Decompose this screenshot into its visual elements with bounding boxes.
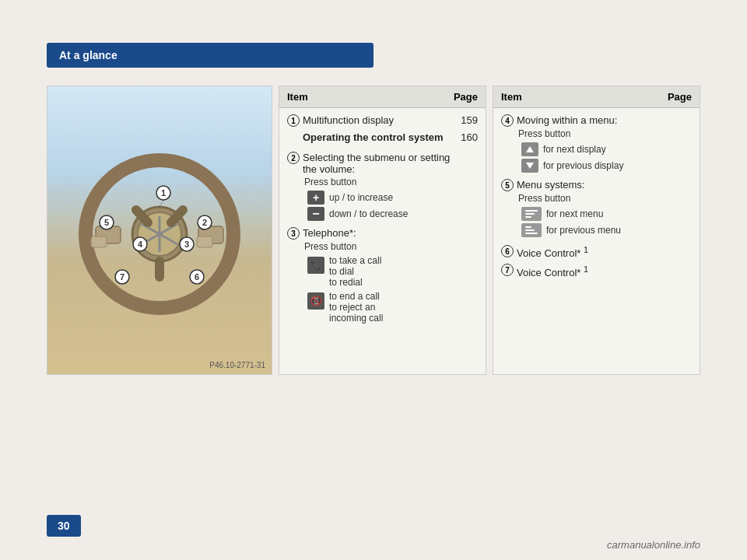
- minus-icon-box: −: [307, 207, 324, 221]
- svg-text:4: 4: [138, 240, 143, 249]
- sub-text: up / to increase: [329, 192, 393, 203]
- row-title-bold: Operating the control system: [303, 131, 444, 143]
- svg-text:7: 7: [120, 272, 124, 282]
- right-col-item-header: Item: [501, 91, 661, 103]
- sub-item: 📵 to end a call to reject an incoming ca…: [307, 291, 478, 324]
- minus-icon: −: [312, 208, 319, 220]
- row-title: Moving within a menu:: [517, 114, 617, 126]
- sub-text: to reject an: [329, 302, 383, 313]
- svg-text:5: 5: [104, 218, 109, 227]
- phone-text-group: to end a call to reject an incoming call: [329, 291, 383, 324]
- sub-text: for next display: [543, 144, 606, 155]
- watermark: carmanualonline.info: [607, 539, 700, 551]
- right-table: Item Page 4 Moving within a menu: Press …: [493, 86, 700, 375]
- sub-section: Press button + up / to increase − down /…: [304, 177, 478, 221]
- phone-down-icon-box: 📵: [307, 292, 324, 310]
- sub-text: to take a call: [329, 255, 381, 266]
- svg-text:1: 1: [161, 188, 166, 198]
- right-table-body: 4 Moving within a menu: Press button for…: [493, 108, 700, 289]
- row-content: Multifunction display: [300, 114, 453, 126]
- header-title: At a glance: [59, 49, 117, 61]
- page-number: 30: [47, 515, 81, 537]
- steering-wheel-panel: 1 2 3 4 5 6 7: [47, 86, 272, 375]
- svg-rect-10: [91, 236, 107, 247]
- press-button-label: Press button: [518, 128, 692, 139]
- sub-text: for next menu: [546, 208, 603, 219]
- image-label: P46.10-2771-31: [209, 361, 265, 369]
- sub-text: to dial: [329, 266, 381, 277]
- plus-icon-box: +: [307, 191, 324, 205]
- left-table-body: 1 Multifunction display 159 2 Operating …: [279, 108, 486, 336]
- phone-down-icon: 📵: [310, 296, 322, 306]
- right-col-page-header: Page: [661, 91, 692, 103]
- press-button-label: Press button: [304, 177, 478, 187]
- sub-text: to end a call: [329, 291, 383, 302]
- sub-text: for previous display: [543, 160, 623, 171]
- row-content: Voice Control* 1: [514, 245, 692, 259]
- sub-item: for previous menu: [521, 223, 692, 237]
- row-number: 7: [501, 264, 514, 276]
- row-title: Telephone*:: [303, 227, 356, 239]
- row-number: 4: [501, 114, 514, 127]
- section-header: At a glance: [47, 43, 374, 68]
- press-button-label: Press button: [518, 193, 692, 204]
- svg-rect-12: [197, 236, 212, 247]
- sub-text: to redial: [329, 277, 381, 288]
- right-table-header: Item Page: [493, 86, 700, 108]
- table-row-group: 3 Telephone*: Press button 📞 to take a c…: [287, 227, 478, 324]
- svg-text:3: 3: [184, 240, 189, 249]
- sub-section: Press button for next menu: [518, 193, 692, 237]
- sub-text: for previous menu: [546, 225, 621, 236]
- arrow-down-icon: [526, 163, 534, 169]
- row-page: 159: [453, 114, 478, 126]
- menu-next-icon-box: [521, 207, 542, 221]
- sub-item: for next menu: [521, 207, 692, 221]
- plus-icon: +: [313, 192, 319, 203]
- sub-item: for next display: [521, 142, 692, 156]
- arrow-down-icon-box: [521, 159, 538, 173]
- row-page: 160: [453, 131, 478, 143]
- row-title: Voice Control* 1: [517, 267, 588, 278]
- left-table-header: Item Page: [279, 86, 486, 108]
- sub-item: − down / to decrease: [307, 207, 478, 221]
- table-row: 5 Menu systems:: [501, 179, 692, 191]
- table-row: 4 Moving within a menu:: [501, 114, 692, 127]
- row-number: 1: [287, 114, 300, 127]
- menu-prev-icon-box: [521, 223, 542, 237]
- press-button-label: Press button: [304, 241, 478, 252]
- row-content: Moving within a menu:: [514, 114, 692, 126]
- row-number: 3: [287, 227, 300, 240]
- left-table: Item Page 1 Multifunction display 159 2 …: [279, 86, 486, 375]
- row-content: Voice Control* 1: [514, 264, 692, 278]
- sub-item: 📞 to take a call to dial to redial: [307, 255, 478, 288]
- table-row: 2 Selecting the submenu or setting the v…: [287, 152, 478, 175]
- arrow-up-icon: [526, 146, 534, 152]
- row-number: 6: [501, 245, 514, 257]
- row-content: Selecting the submenu or setting the vol…: [300, 152, 453, 175]
- table-row-group: 4 Moving within a menu: Press button for…: [501, 114, 692, 173]
- row-title: Voice Control* 1: [517, 247, 588, 259]
- sub-section: Press button 📞 to take a call to dial to…: [304, 241, 478, 324]
- svg-text:6: 6: [195, 272, 199, 282]
- table-row-group: 5 Menu systems: Press button: [501, 179, 692, 237]
- table-row-group: 2 Selecting the submenu or setting the v…: [287, 152, 478, 221]
- sub-text: incoming call: [329, 313, 383, 324]
- row-content: Operating the control system: [300, 131, 453, 143]
- table-row: 2 Operating the control system 160: [287, 131, 478, 144]
- sub-item: + up / to increase: [307, 191, 478, 205]
- left-col-page-header: Page: [447, 91, 478, 103]
- svg-text:2: 2: [202, 218, 207, 227]
- sub-text: down / to decrease: [329, 208, 408, 219]
- sub-item: for previous display: [521, 159, 692, 173]
- menu-lines-icon: [525, 210, 538, 218]
- phone-text-group: to take a call to dial to redial: [329, 255, 381, 288]
- main-content: 1 2 3 4 5 6 7: [47, 86, 700, 375]
- row-number: 2: [287, 152, 300, 164]
- row-content: Menu systems:: [514, 179, 692, 191]
- row-title: Multifunction display: [303, 114, 394, 126]
- menu-lines-icon: [525, 226, 538, 234]
- row-title: Selecting the submenu or setting the vol…: [303, 152, 450, 175]
- steering-wheel-illustration: 1 2 3 4 5 6 7: [47, 86, 272, 374]
- table-row: 6 Voice Control* 1: [501, 245, 692, 259]
- table-row: 7 Voice Control* 1: [501, 264, 692, 278]
